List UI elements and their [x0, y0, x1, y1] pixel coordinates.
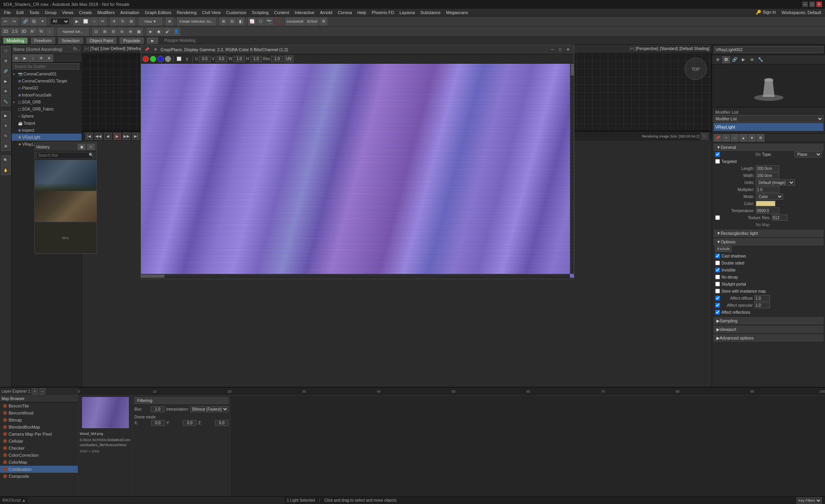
filter-origin-z-input[interactable]	[215, 420, 229, 426]
map-item-bercontinle[interactable]: BerconTile	[0, 402, 78, 409]
mode-object-paint[interactable]: Object Paint	[86, 38, 117, 44]
play-next-btn[interactable]: ▶▶	[123, 133, 130, 140]
menu-interactive[interactable]: Interactive	[292, 9, 317, 16]
spinner-snap-btn[interactable]: ↕	[46, 28, 54, 36]
iv-pin-btn[interactable]: 📌	[143, 46, 150, 53]
menu-file[interactable]: File	[2, 9, 13, 16]
display-tool-btn[interactable]: 👁	[1, 87, 11, 96]
iv-color-alpha[interactable]	[165, 56, 171, 62]
map-item-cellular[interactable]: Cellular	[0, 438, 78, 445]
scene-hide-btn[interactable]: 👁	[37, 54, 45, 62]
pan-tool[interactable]: ✋	[1, 166, 11, 175]
angle-snap-btn[interactable]: A°	[29, 28, 37, 36]
prop-affect-spec-input[interactable]	[754, 302, 770, 308]
move-tool[interactable]: ✛	[1, 121, 11, 130]
clone-btn[interactable]: ⊕	[127, 28, 134, 36]
general-section-header[interactable]: ▼ General	[714, 144, 823, 151]
menu-create[interactable]: Create	[77, 9, 94, 16]
modifier-selected-item[interactable]: VRayLight	[714, 123, 823, 131]
prop-invisible-cb[interactable]	[715, 268, 720, 272]
obj-paint-btn[interactable]: 🖌	[164, 28, 171, 36]
asset-thumbnail[interactable]	[82, 397, 129, 428]
rotate-btn[interactable]: ↻	[119, 18, 127, 25]
prop-texture-checkbox[interactable]	[715, 215, 720, 220]
iv-x-btn[interactable]: ✕	[152, 46, 159, 53]
layer-btn[interactable]: ◧	[237, 18, 245, 25]
rotate-tool[interactable]: ↻	[1, 131, 11, 141]
scene-item-soaorb-fabric[interactable]: ◻ SOA_ORB_Fabric	[12, 105, 82, 113]
play-fwd-btn[interactable]: ▶	[113, 133, 121, 140]
filter-origin-y-input[interactable]	[183, 420, 196, 426]
prop-temp-input[interactable]	[756, 207, 779, 214]
display-panel-btn[interactable]: 👁	[748, 56, 756, 63]
select-region-btn[interactable]: ⬜	[82, 18, 89, 25]
prop-no-decay-cb[interactable]	[715, 275, 720, 279]
prop-skylight-cb[interactable]	[715, 282, 720, 286]
link-btn[interactable]: 🔗	[21, 18, 29, 25]
history-thumb-1[interactable]	[35, 160, 82, 191]
menu-megascans[interactable]: Megascans	[444, 9, 470, 16]
motion-panel-btn[interactable]: ▶	[739, 56, 747, 63]
map-item-bitmap[interactable]: Bitmap	[0, 416, 78, 424]
iv-vscrollbar[interactable]	[570, 64, 574, 274]
menu-help[interactable]: Help	[355, 9, 369, 16]
scene-item-vraylight1[interactable]: ☀ VRayLight	[12, 134, 82, 141]
play-back-btn[interactable]: ◀	[104, 133, 112, 140]
iv-monochrome-btn[interactable]: ⬜	[175, 55, 182, 63]
snap3d-btn[interactable]: 3D	[20, 28, 28, 36]
menu-arnold[interactable]: Arnold	[318, 9, 335, 16]
filter-dropdown[interactable]: All	[50, 18, 70, 25]
graph-editors-btn[interactable]: 📈	[248, 18, 256, 25]
menu-group[interactable]: Group	[42, 9, 59, 16]
mode-arrow[interactable]: ►	[147, 38, 158, 44]
menu-edit[interactable]: Edit	[14, 9, 26, 16]
menu-scripting[interactable]: Scripting	[250, 9, 271, 16]
named-sel-btn[interactable]: Named Sel...	[57, 28, 89, 36]
render-frame-btn[interactable]: ⬛	[274, 18, 282, 25]
scene-item-planegd[interactable]: ▭ PlaneGD	[12, 84, 82, 91]
map-item-berconwood[interactable]: BerconWood	[0, 409, 78, 416]
prop-res-input[interactable]	[772, 214, 788, 221]
history-thumb-3[interactable]: WAL	[35, 222, 82, 254]
viewport-section-header[interactable]: ▶ Viewport	[714, 326, 823, 333]
layer-del-btn[interactable]: −	[39, 388, 45, 395]
utility-tool-btn[interactable]: 🔧	[1, 97, 11, 106]
scene-select-btn[interactable]: ▶	[21, 54, 29, 62]
render-setup-btn[interactable]: 📷	[265, 18, 273, 25]
sign-in-btn[interactable]: 🔑 Sign In	[754, 9, 778, 16]
prop-affect-spec-cb[interactable]	[715, 303, 720, 307]
idtool-label[interactable]: IDTool	[306, 18, 319, 25]
mirror-btn[interactable]: ⊞	[220, 18, 227, 25]
rect-disc-header[interactable]: ▼ Rectangle/disc light	[714, 230, 823, 237]
iv-hscrollbar[interactable]	[141, 274, 570, 278]
motion-tool-btn[interactable]: ▶	[1, 77, 11, 86]
menu-phoenixfd[interactable]: Phoenix FD	[369, 9, 396, 16]
display-float-btn[interactable]: ⊞	[101, 28, 109, 36]
prop-color-swatch[interactable]	[756, 201, 775, 206]
array-btn[interactable]: ▦	[135, 28, 143, 36]
play-first-btn[interactable]: |◀	[85, 133, 93, 140]
prop-exclude-btn[interactable]: Exclude	[715, 246, 732, 252]
menu-content[interactable]: Content	[272, 9, 292, 16]
prop-width-input[interactable]	[756, 172, 779, 179]
create-panel-btn[interactable]: ⊕	[714, 56, 721, 63]
modify-panel-btn[interactable]: ⚙	[722, 56, 730, 63]
mod-del-btn[interactable]: −	[731, 134, 739, 142]
snap25d-btn[interactable]: 2.5	[11, 28, 19, 36]
play-prev-btn[interactable]: ◀◀	[95, 133, 102, 140]
create-tool-btn[interactable]: ⬡	[1, 46, 11, 55]
spacing-btn[interactable]: ⊜	[118, 28, 126, 36]
menu-substance[interactable]: Substance	[418, 9, 443, 16]
hierarchy-panel-btn[interactable]: 🔗	[731, 56, 739, 63]
prop-length-input[interactable]	[756, 165, 779, 172]
reference-coord[interactable]: View ▼	[139, 18, 162, 25]
prop-targeted-checkbox[interactable]	[715, 159, 720, 164]
ribbon-btn[interactable]: ◈	[146, 28, 154, 36]
render-stop-btn[interactable]: ⬛	[701, 133, 709, 140]
image-canvas-area[interactable]	[141, 64, 574, 278]
options-header[interactable]: ▼ Options	[714, 238, 823, 245]
utilities-panel-btn[interactable]: 🔧	[757, 56, 764, 63]
iv-v-input[interactable]	[216, 56, 227, 62]
scene-item-indoorfocussafe[interactable]: ⊕ IndoorFocusSafe	[12, 91, 82, 98]
advanced-header[interactable]: ▶ Advanced options	[714, 334, 823, 341]
